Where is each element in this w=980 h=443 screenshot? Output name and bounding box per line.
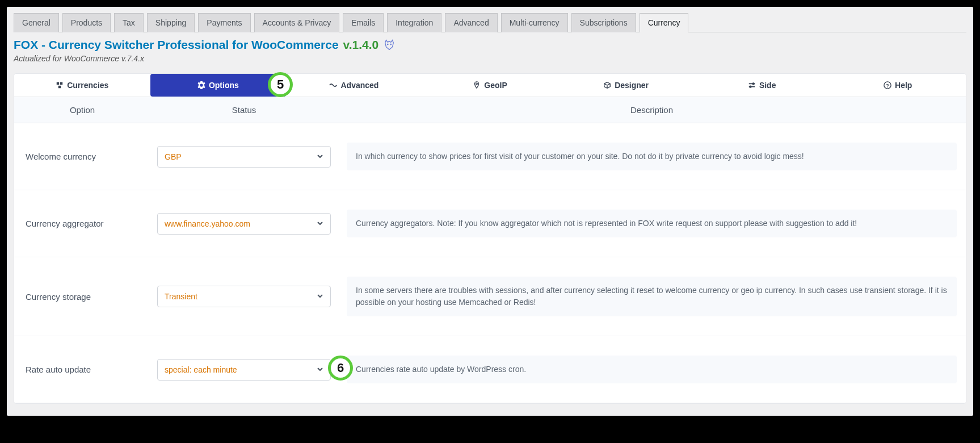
tab-multi-currency[interactable]: Multi-currency xyxy=(501,13,568,32)
aggregator-select[interactable]: www.finance.yahoo.com xyxy=(157,213,331,235)
header-description: Description xyxy=(338,105,966,115)
tab-payments[interactable]: Payments xyxy=(198,13,250,32)
header-status: Status xyxy=(150,105,338,115)
subtab-geoip[interactable]: GeoIP xyxy=(422,74,558,97)
subtab-help[interactable]: ? Help xyxy=(830,74,966,97)
tab-integration[interactable]: Integration xyxy=(387,13,441,32)
subtab-side-label: Side xyxy=(759,81,776,90)
box-icon xyxy=(603,81,611,89)
woocommerce-top-tabs: General Products Tax Shipping Payments A… xyxy=(14,12,966,32)
header-option: Option xyxy=(14,105,150,115)
option-row-storage: Currency storage Transient In some serve… xyxy=(14,257,966,336)
welcome-currency-select[interactable]: GBP xyxy=(157,146,331,168)
subtab-options-label: Options xyxy=(209,81,239,90)
option-description: Currencies rate auto update by WordPress… xyxy=(347,356,957,383)
chevron-down-icon xyxy=(317,365,323,374)
option-label: Rate auto update xyxy=(14,365,150,374)
svg-text:?: ? xyxy=(886,83,889,89)
tab-emails[interactable]: Emails xyxy=(343,13,384,32)
svg-rect-4 xyxy=(58,86,61,88)
annotation-marker-6: 6 xyxy=(328,356,353,381)
tab-accounts-privacy[interactable]: Accounts & Privacy xyxy=(254,13,340,32)
tab-currency[interactable]: Currency xyxy=(640,13,689,32)
options-panel: Currencies Options Advanced GeoIP Design… xyxy=(14,73,966,404)
sub-tabs: Currencies Options Advanced GeoIP Design… xyxy=(14,74,966,97)
plugin-title: FOX - Currency Switcher Professional for… xyxy=(14,38,966,52)
tab-products[interactable]: Products xyxy=(62,13,111,32)
help-icon: ? xyxy=(884,81,891,89)
option-description: In which currency to show prices for fir… xyxy=(347,143,957,170)
option-label: Currency storage xyxy=(14,292,150,302)
tab-tax[interactable]: Tax xyxy=(114,13,144,32)
storage-select[interactable]: Transient xyxy=(157,286,331,307)
sliders-icon xyxy=(748,81,756,89)
subtab-help-label: Help xyxy=(895,81,912,90)
subtab-advanced[interactable]: Advanced xyxy=(286,74,422,97)
select-value: GBP xyxy=(165,152,182,161)
subtab-geoip-label: GeoIP xyxy=(484,81,507,90)
select-value: Transient xyxy=(165,292,197,301)
settings-window: General Products Tax Shipping Payments A… xyxy=(7,7,973,416)
subtab-currencies[interactable]: Currencies xyxy=(14,74,150,97)
fox-icon xyxy=(383,39,396,51)
plugin-version: v.1.4.0 xyxy=(343,38,379,52)
chevron-down-icon xyxy=(317,219,323,228)
gear-icon xyxy=(197,81,205,89)
plugin-subtitle: Actualized for WooCommerce v.7.4.x xyxy=(14,54,966,63)
subtab-options[interactable]: Options xyxy=(150,74,287,97)
svg-point-7 xyxy=(750,86,751,87)
options-table-header: Option Status Description xyxy=(14,97,966,123)
annotation-marker-5: 5 xyxy=(268,72,293,97)
pin-icon xyxy=(473,81,481,89)
subtab-advanced-label: Advanced xyxy=(340,81,378,90)
rate-auto-select[interactable]: special: each minute xyxy=(157,359,331,381)
option-row-rate-auto: Rate auto update special: each minute Cu… xyxy=(14,336,966,403)
svg-point-6 xyxy=(752,83,754,85)
option-row-aggregator: Currency aggregator www.finance.yahoo.co… xyxy=(14,190,966,257)
wave-icon xyxy=(329,81,337,89)
tab-general[interactable]: General xyxy=(14,13,59,32)
content-area: Currencies Options Advanced GeoIP Design… xyxy=(14,73,966,404)
svg-point-0 xyxy=(388,44,388,44)
option-label: Welcome currency xyxy=(14,152,150,161)
tab-advanced[interactable]: Advanced xyxy=(445,13,497,32)
svg-rect-2 xyxy=(57,82,59,85)
plugin-name: FOX - Currency Switcher Professional for… xyxy=(14,38,339,52)
svg-rect-3 xyxy=(60,82,62,85)
option-row-welcome-currency: Welcome currency GBP In which currency t… xyxy=(14,123,966,190)
svg-point-5 xyxy=(476,83,478,85)
subtab-currencies-label: Currencies xyxy=(67,81,108,90)
option-label: Currency aggregator xyxy=(14,219,150,228)
select-value: special: each minute xyxy=(165,365,237,374)
option-description: In some servers there are troubles with … xyxy=(347,277,957,316)
subtab-designer-label: Designer xyxy=(615,81,649,90)
svg-point-1 xyxy=(390,44,391,44)
subtab-side[interactable]: Side xyxy=(694,74,830,97)
option-description: Currency aggregators. Note: If you know … xyxy=(347,210,957,237)
cubes-icon xyxy=(56,81,64,89)
chevron-down-icon xyxy=(317,152,323,161)
chevron-down-icon xyxy=(317,292,323,301)
select-value: www.finance.yahoo.com xyxy=(165,219,250,228)
tab-subscriptions[interactable]: Subscriptions xyxy=(571,13,636,32)
tab-shipping[interactable]: Shipping xyxy=(147,13,195,32)
subtab-designer[interactable]: Designer xyxy=(558,74,694,97)
